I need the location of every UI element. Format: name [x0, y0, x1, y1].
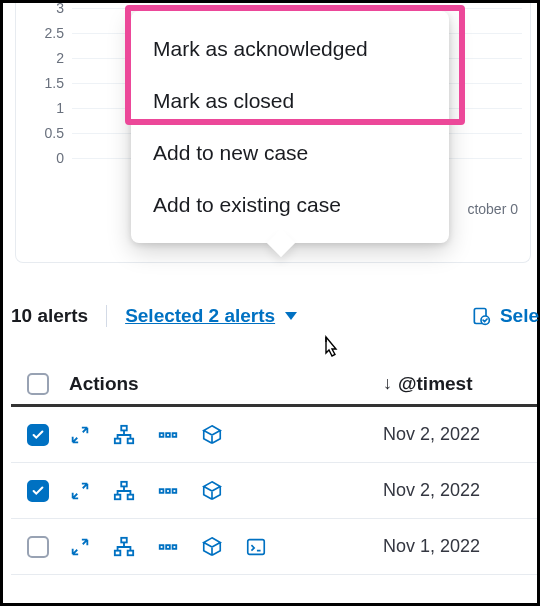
svg-rect-4 [128, 438, 134, 443]
alerts-table: Actions ↓ @timest Nov 2, 2022 [11, 363, 537, 575]
y-tick: 0.5 [45, 125, 64, 141]
column-timestamp[interactable]: ↓ @timest [383, 373, 537, 395]
pointer-cursor-icon [319, 333, 343, 359]
bulk-actions-menu: Mark as acknowledged Mark as closed Add … [131, 11, 449, 243]
svg-rect-12 [166, 489, 170, 493]
session-view-icon[interactable] [245, 536, 267, 558]
row-checkbox[interactable] [27, 480, 49, 502]
cube-icon[interactable] [201, 424, 223, 446]
table-row: Nov 1, 2022 [11, 519, 537, 575]
select-all-icon [470, 305, 492, 327]
timestamp-cell: Nov 2, 2022 [383, 424, 537, 445]
selected-alerts-dropdown[interactable]: Selected 2 alerts [125, 305, 297, 327]
svg-rect-5 [160, 433, 164, 437]
analyze-tree-icon[interactable] [113, 424, 135, 446]
column-actions: Actions [65, 373, 383, 395]
y-tick: 2.5 [45, 25, 64, 41]
svg-rect-8 [121, 481, 127, 486]
y-tick: 1 [56, 100, 64, 116]
y-tick: 3 [56, 0, 64, 16]
svg-rect-2 [121, 425, 127, 430]
more-icon[interactable] [157, 480, 179, 502]
svg-rect-3 [115, 438, 121, 443]
alerts-toolbar: 10 alerts Selected 2 alerts Sele [11, 305, 539, 327]
svg-rect-17 [160, 545, 164, 549]
table-row: Nov 2, 2022 [11, 407, 537, 463]
y-tick: 1.5 [45, 75, 64, 91]
y-tick: 0 [56, 150, 64, 166]
sort-desc-icon: ↓ [383, 373, 392, 394]
menu-item-mark-closed[interactable]: Mark as closed [131, 75, 449, 127]
cube-icon[interactable] [201, 536, 223, 558]
svg-rect-11 [160, 489, 164, 493]
chevron-down-icon [285, 312, 297, 320]
menu-item-mark-acknowledged[interactable]: Mark as acknowledged [131, 23, 449, 75]
svg-rect-15 [115, 550, 121, 555]
svg-rect-10 [128, 494, 134, 499]
column-timestamp-label: @timest [398, 373, 473, 395]
menu-item-add-existing-case[interactable]: Add to existing case [131, 179, 449, 231]
alert-count: 10 alerts [11, 305, 88, 327]
timestamp-cell: Nov 1, 2022 [383, 536, 537, 557]
select-all-button[interactable]: Sele [470, 305, 539, 327]
expand-icon[interactable] [69, 424, 91, 446]
analyze-tree-icon[interactable] [113, 480, 135, 502]
y-axis: 3 2.5 2 1.5 1 0.5 0 [16, 3, 70, 183]
svg-rect-19 [173, 545, 177, 549]
svg-rect-7 [173, 433, 177, 437]
expand-icon[interactable] [69, 480, 91, 502]
analyze-tree-icon[interactable] [113, 536, 135, 558]
table-header: Actions ↓ @timest [11, 363, 537, 407]
select-all-checkbox[interactable] [27, 373, 49, 395]
y-tick: 2 [56, 50, 64, 66]
selected-alerts-label: Selected 2 alerts [125, 305, 275, 327]
menu-item-add-new-case[interactable]: Add to new case [131, 127, 449, 179]
svg-rect-20 [248, 539, 265, 554]
separator [106, 305, 107, 327]
svg-rect-13 [173, 489, 177, 493]
svg-rect-16 [128, 550, 134, 555]
svg-rect-18 [166, 545, 170, 549]
more-icon[interactable] [157, 424, 179, 446]
row-checkbox[interactable] [27, 536, 49, 558]
row-checkbox[interactable] [27, 424, 49, 446]
expand-icon[interactable] [69, 536, 91, 558]
timestamp-cell: Nov 2, 2022 [383, 480, 537, 501]
svg-rect-14 [121, 537, 127, 542]
svg-rect-9 [115, 494, 121, 499]
x-tick-partial: ctober 0 [467, 201, 518, 217]
cube-icon[interactable] [201, 480, 223, 502]
more-icon[interactable] [157, 536, 179, 558]
table-row: Nov 2, 2022 [11, 463, 537, 519]
svg-rect-6 [166, 433, 170, 437]
select-all-label: Sele [500, 305, 539, 327]
